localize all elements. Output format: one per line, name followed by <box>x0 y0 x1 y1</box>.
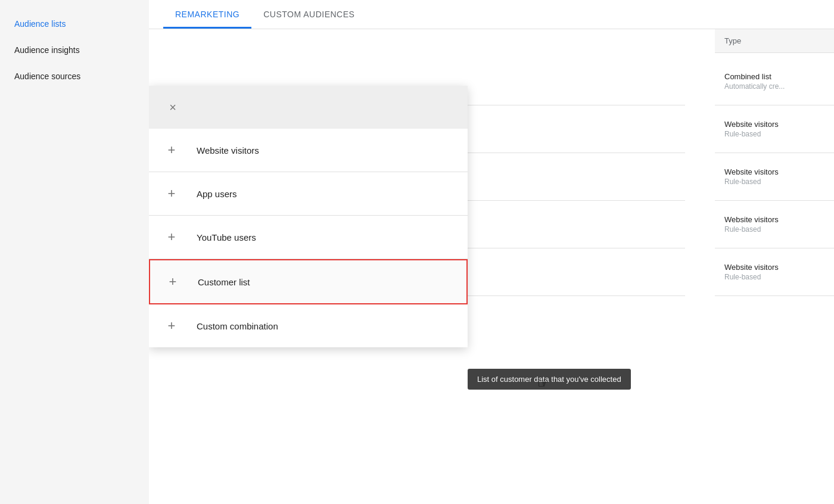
plus-icon: + <box>164 273 181 290</box>
type-column-header: Type <box>715 29 834 53</box>
sidebar-item-audience-sources[interactable]: Audience sources <box>0 63 149 89</box>
table-row: Combined list Automatically cre... <box>715 58 834 105</box>
tab-remarketing[interactable]: Remarketing <box>163 0 251 29</box>
sidebar-item-audience-lists[interactable]: Audience lists <box>0 11 149 37</box>
sidebar: Audience lists Audience insights Audienc… <box>0 0 149 504</box>
dropdown-item-custom-combination[interactable]: + Custom combination <box>149 304 468 347</box>
plus-icon: + <box>163 229 180 245</box>
tooltip: List of customer data that you've collec… <box>468 369 631 390</box>
dropdown-item-website-visitors[interactable]: + Website visitors <box>149 129 468 172</box>
table-row: Website visitors Rule-based <box>715 248 834 296</box>
tab-custom-audiences[interactable]: Custom Audiences <box>251 0 366 29</box>
table-row: Website visitors Rule-based <box>715 153 834 201</box>
dropdown-item-app-users[interactable]: + App users <box>149 172 468 216</box>
main-content: Remarketing Custom Audiences Type a sour… <box>149 0 834 504</box>
dropdown-item-youtube-users[interactable]: + YouTube users <box>149 216 468 259</box>
table-row: Website visitors Rule-based <box>715 201 834 248</box>
table-area: Type a sources Combined list Automatical… <box>149 29 834 504</box>
plus-icon: + <box>163 142 180 158</box>
type-column-rows: Combined list Automatically cre... Websi… <box>715 58 834 296</box>
plus-icon: + <box>163 318 180 334</box>
sidebar-item-audience-insights[interactable]: Audience insights <box>0 37 149 63</box>
table-row: Website visitors Rule-based <box>715 105 834 153</box>
tab-bar: Remarketing Custom Audiences <box>149 0 834 29</box>
dropdown-header: × <box>149 86 468 129</box>
plus-icon: + <box>163 185 180 202</box>
dropdown-item-customer-list[interactable]: + Customer list <box>149 259 468 304</box>
close-button[interactable]: × <box>163 98 182 117</box>
dropdown-panel: × + Website visitors + App users + YouTu… <box>149 86 468 347</box>
